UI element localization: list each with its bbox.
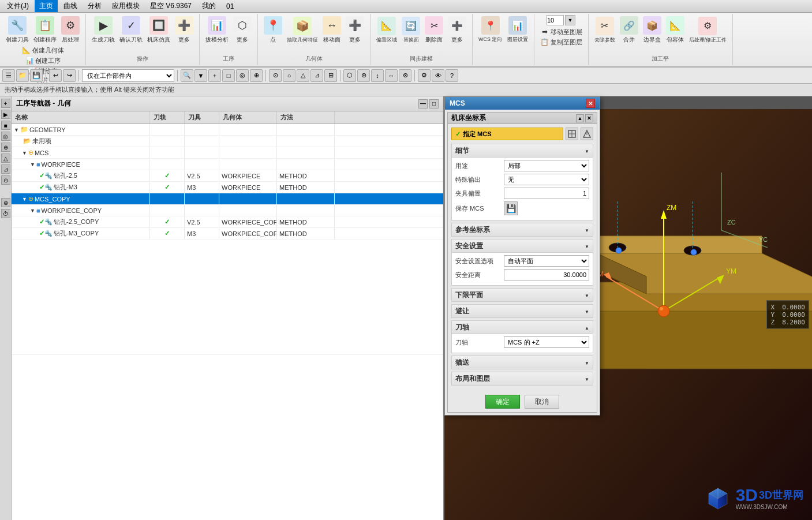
spindle-header[interactable]: 刀轴 [451,320,593,334]
menu-home[interactable]: 主页 [35,0,58,12]
ok-button[interactable]: 确定 [485,395,520,409]
post-process-btn[interactable]: ⚙ 后处理 [59,15,82,45]
tree-row-selected[interactable]: ▼ ⊕ MCS_COPY [12,193,443,205]
offset-region-btn[interactable]: 📐 偏置区域 [374,16,399,45]
menu-curve[interactable]: 曲线 [59,0,82,12]
tree-row[interactable]: 📂 未用项 [12,136,443,147]
layout-header[interactable]: 布局和图层 [451,372,593,386]
nav-minimize[interactable]: — [418,99,428,109]
tb-btn-b[interactable]: □ [222,69,235,82]
point-btn[interactable]: 📍 点 [261,15,285,45]
axis-select[interactable]: MCS 的 +Z [504,336,589,348]
extract-geom-btn[interactable]: 📦 抽取几何特征 [285,16,320,45]
expand-icon[interactable]: ▼ [22,196,27,202]
tree-row[interactable]: ✓ 🔩 钻孔-M3 ✓ M3 WORKPIECE METHOD [12,182,443,193]
layer-number-input[interactable] [547,15,564,25]
tb-help[interactable]: ? [446,69,458,82]
tree-row[interactable]: ▼ ⊕ MCS [12,147,443,159]
merge-btn[interactable]: 🔗 合并 [618,15,641,45]
tb-settings[interactable]: ⚙ [418,69,431,82]
tb-btn-1[interactable]: ☰ [2,69,15,82]
use-select[interactable]: 局部 [504,160,589,171]
lp-btn-1[interactable]: + [1,99,10,108]
inner-minimize[interactable]: ▲ [576,114,584,122]
tb-btn-n[interactable]: ⊗ [399,69,411,82]
layer-settings-btn[interactable]: 📊 图层设置 [505,15,530,44]
menu-app[interactable]: 应用模块 [107,0,144,12]
detail-header[interactable]: 细节 [451,144,593,158]
tb-filter[interactable]: ▼ [194,69,207,82]
machine-sim-btn[interactable]: 🔲 机床仿真 [145,15,173,45]
replace-face-btn[interactable]: 🔄 替换面 [399,16,422,45]
menu-star[interactable]: 星空 V6.9367 [145,0,196,12]
draft-analysis-btn[interactable]: 📊 拔模分析 [203,15,231,45]
tb-btn-m[interactable]: ↔ [385,69,398,82]
tb-btn-f[interactable]: ○ [283,69,295,82]
tb-btn-3[interactable]: 💾 [30,69,43,82]
menu-01[interactable]: 01 [222,1,238,12]
tb-btn-a[interactable]: + [208,69,221,82]
specify-icon-1[interactable] [566,128,578,140]
tb-undo[interactable]: ↩ [49,69,62,82]
post-fix-btn[interactable]: ⚙ 后处理/修正工件 [687,16,729,45]
remove-params-btn[interactable]: ✂ 去除参数 [592,16,618,45]
tb-btn-l[interactable]: ↕ [371,69,384,82]
sync-more-btn[interactable]: ➕ 更多 [446,15,469,45]
lp-btn-2[interactable]: ▶ [1,110,10,119]
create-program-btn[interactable]: 📋 创建程序 [31,15,59,45]
tb-btn-e[interactable]: ⊙ [269,69,282,82]
tb-redo[interactable]: ↪ [63,69,76,82]
lp-btn-8[interactable]: ⊙ [1,175,10,185]
lp-btn-7[interactable]: ⊿ [1,164,10,174]
expand-icon[interactable]: ▼ [30,162,35,167]
cancel-button[interactable]: 取消 [525,395,559,409]
filter-dropdown[interactable]: 仅在工作部件内 [82,69,174,82]
create-geom-btn[interactable]: 📐 创建几何体 [20,45,66,55]
menu-file[interactable]: 文件(J) [2,0,33,12]
ref-header[interactable]: 参考坐标系 [451,223,593,237]
lp-btn-4[interactable]: ◎ [1,132,10,141]
create-op-btn[interactable]: 📊 创建工序 [23,55,63,66]
safety-header[interactable]: 安全设置 [451,239,593,253]
tb-btn-c[interactable]: ◎ [236,69,249,82]
bounding-body-btn[interactable]: 📐 包容体 [664,15,687,45]
tb-btn-k[interactable]: ⊛ [357,69,370,82]
generate-toolpath-btn[interactable]: ▶ 生成刀轨 [89,15,117,45]
dialog-title-bar[interactable]: MCS ✕ [445,97,600,110]
copy-to-layer-btn[interactable]: 📋 复制至图层 [538,37,585,47]
fixture-input[interactable] [504,188,589,199]
expand-icon[interactable]: ▼ [30,208,35,214]
lp-btn-3[interactable]: ■ [1,121,10,130]
tree-row[interactable]: ▼ ■ WORKPIECE_COPY [12,205,443,216]
move-to-layer-btn[interactable]: ➡ 移动至图层 [538,27,585,37]
lp-btn-9[interactable]: ⊛ [1,198,10,207]
expand-icon[interactable]: ▼ [14,127,19,133]
menu-my[interactable]: 我的 [197,0,220,12]
tb-search[interactable]: 🔍 [181,69,193,82]
tree-row[interactable]: ✓ 🔩 钻孔-2.5_COPY ✓ V2.5 WORKPIECE_COPY ME… [12,216,443,228]
tb-btn-2[interactable]: 📁 [16,69,29,82]
tb-btn-h[interactable]: ⊿ [310,69,323,82]
expand-icon[interactable]: ▼ [22,150,27,156]
ops-more-btn[interactable]: ➕ 更多 [173,15,196,45]
save-mcs-btn[interactable]: 💾 [504,201,518,215]
special-output-select[interactable]: 无 [504,174,589,185]
tb-btn-j[interactable]: ⬡ [343,69,356,82]
tree-row[interactable]: ✓ 🔩 钻孔-2.5 ✓ V2.5 WORKPIECE METHOD [12,170,443,182]
safety-dist-input[interactable] [504,269,589,280]
lp-btn-5[interactable]: ⊕ [1,143,10,152]
tree-row[interactable]: ▼ ■ WORKPIECE [12,159,443,170]
verify-toolpath-btn[interactable]: ✓ 确认刀轨 [117,15,145,45]
layer-num-dropdown[interactable]: ▼ [565,15,575,25]
transfer-header[interactable]: 猫送 [451,356,593,369]
tb-view[interactable]: 👁 [432,69,444,82]
lower-header[interactable]: 下限平面 [451,288,593,302]
tb-btn-d[interactable]: ⊕ [250,69,263,82]
proc-more-btn[interactable]: ⬡ 更多 [231,15,254,45]
specify-icon-2[interactable] [581,128,593,140]
menu-analysis[interactable]: 分析 [83,0,106,12]
create-tool-btn[interactable]: 🔧 创建刀具 [3,15,31,45]
tb-btn-i[interactable]: ⊞ [324,69,337,82]
lp-btn-6[interactable]: △ [1,154,10,163]
inner-close[interactable]: ✕ [585,114,593,122]
